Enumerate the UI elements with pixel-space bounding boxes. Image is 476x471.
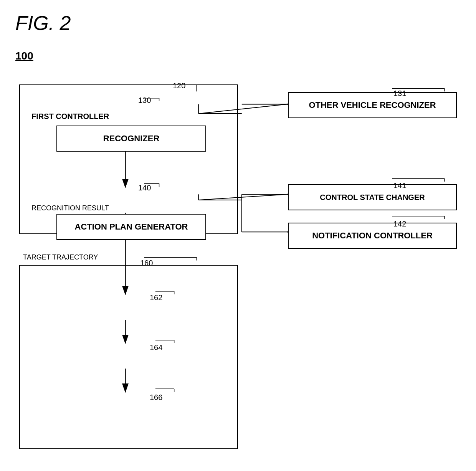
control-state-changer-box: CONTROL STATE CHANGER	[288, 184, 457, 210]
ref-140: 140	[138, 183, 151, 192]
action-plan-box: ACTION PLAN GENERATOR	[56, 214, 206, 240]
second-controller-box: SECOND CONTROLLER ACQUIRER SPEED CONTROL…	[19, 265, 238, 449]
page-title: FIG. 2	[15, 12, 71, 35]
other-vehicle-box: OTHER VEHICLE RECOGNIZER	[288, 92, 457, 118]
recognizer-box: RECOGNIZER	[56, 126, 206, 152]
ref-166: 166	[150, 393, 162, 402]
system-number: 100	[15, 50, 33, 62]
recognizer-label: RECOGNIZER	[103, 134, 160, 144]
target-trajectory-label: TARGET TRAJECTORY	[23, 253, 98, 261]
ref-160: 160	[140, 259, 153, 268]
first-controller-label: FIRST CONTROLLER	[31, 112, 109, 121]
first-controller-box: FIRST CONTROLLER RECOGNIZER RECOGNITION …	[19, 84, 238, 234]
ref-141: 141	[393, 181, 406, 190]
ref-130: 130	[138, 96, 151, 105]
control-state-label: CONTROL STATE CHANGER	[320, 193, 425, 202]
action-plan-label: ACTION PLAN GENERATOR	[75, 222, 188, 232]
ref-131: 131	[393, 89, 406, 98]
recognition-result-label: RECOGNITION RESULT	[31, 204, 109, 212]
notification-label: NOTIFICATION CONTROLLER	[312, 231, 433, 241]
notification-controller-box: NOTIFICATION CONTROLLER	[288, 223, 457, 249]
ref-142: 142	[393, 220, 406, 228]
ref-162: 162	[150, 293, 162, 302]
ref-120: 120	[173, 81, 185, 90]
ref-164: 164	[150, 343, 162, 352]
other-vehicle-label: OTHER VEHICLE RECOGNIZER	[309, 100, 436, 110]
